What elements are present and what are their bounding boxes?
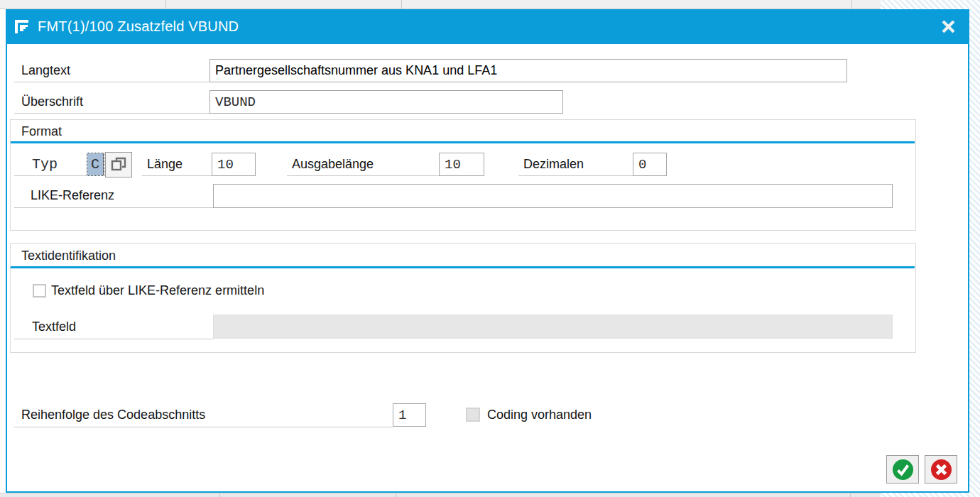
- dezimalen-label: Dezimalen: [518, 153, 633, 176]
- textidentifikation-group-title: Textidentifikation: [21, 246, 116, 265]
- ausgabelaenge-input[interactable]: [439, 153, 484, 176]
- grid-line: [850, 493, 851, 497]
- red-cross-icon: [930, 459, 952, 481]
- typ-dropdown-button[interactable]: [105, 152, 132, 178]
- textfeld-label: Textfeld: [14, 315, 213, 339]
- format-group-rule: [11, 141, 915, 143]
- grid-line: [396, 493, 396, 497]
- format-group-title: Format: [21, 122, 62, 141]
- background-top-strip: [0, 0, 881, 9]
- dialog-window-icon: [14, 19, 31, 34]
- confirm-button[interactable]: [886, 455, 919, 484]
- close-x-icon: [942, 21, 955, 33]
- laenge-input[interactable]: [212, 153, 256, 176]
- grid-line: [851, 0, 852, 9]
- background-bottom-strip: [0, 493, 881, 497]
- textfeld-like-checkbox[interactable]: [33, 284, 46, 297]
- value-list-icon: [111, 157, 126, 173]
- reihenfolge-input[interactable]: [393, 403, 426, 427]
- laenge-label: Länge: [142, 153, 212, 176]
- cancel-button[interactable]: [925, 455, 957, 484]
- green-check-icon: [892, 459, 914, 481]
- textidentifikation-group-rule: [11, 266, 915, 268]
- dialog-titlebar[interactable]: FMT(1)/100 Zusatzfeld VBUND: [6, 9, 969, 44]
- coding-vorhanden-checkbox: [466, 408, 480, 422]
- grid-line: [165, 0, 166, 9]
- coding-vorhanden-label: Coding vorhanden: [487, 407, 592, 422]
- like-referenz-label: LIKE-Referenz: [14, 184, 213, 208]
- ueberschrift-input[interactable]: [209, 90, 563, 114]
- typ-label: Typ: [14, 153, 87, 176]
- langtext-input[interactable]: [209, 59, 847, 82]
- like-referenz-input[interactable]: [213, 184, 893, 208]
- ausgabelaenge-label: Ausgabelänge: [287, 153, 439, 176]
- reihenfolge-label: Reihenfolge des Codeabschnitts: [14, 403, 393, 427]
- textfeld-input: [213, 315, 893, 339]
- screen: FMT(1)/100 Zusatzfeld VBUND Langtext Übe…: [0, 0, 980, 497]
- typ-value-field[interactable]: C: [87, 153, 104, 175]
- grid-line: [401, 0, 402, 9]
- grid-line: [219, 493, 220, 497]
- textfeld-like-checkbox-label: Textfeld über LIKE-Referenz ermitteln: [51, 283, 264, 298]
- dialog-title: FMT(1)/100 Zusatzfeld VBUND: [38, 18, 239, 35]
- dezimalen-input[interactable]: [633, 153, 667, 176]
- langtext-label: Langtext: [14, 59, 209, 82]
- ueberschrift-label: Überschrift: [14, 90, 209, 114]
- close-button[interactable]: [936, 18, 960, 36]
